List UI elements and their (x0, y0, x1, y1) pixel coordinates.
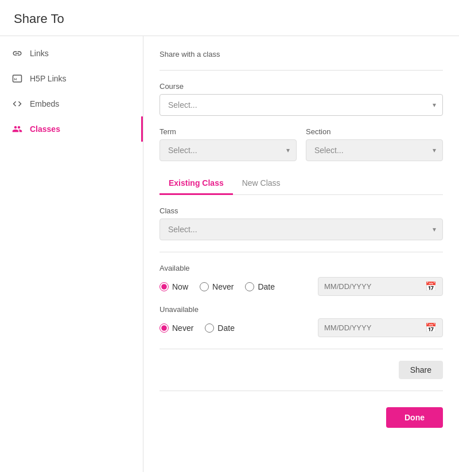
sidebar-item-embeds[interactable]: Embeds (0, 91, 143, 116)
unavailable-radios: Never Date (160, 323, 318, 333)
page-header: Share To (0, 0, 459, 36)
unavailable-never-option[interactable]: Never (160, 323, 193, 333)
available-radios: Now Never Date (160, 282, 318, 291)
available-never-option[interactable]: Never (200, 282, 234, 291)
done-divider (160, 391, 443, 391)
unavailable-never-radio[interactable] (160, 323, 169, 333)
course-select[interactable]: Select... (160, 94, 443, 116)
sidebar-item-classes-label: Classes (30, 124, 60, 134)
available-never-radio[interactable] (200, 282, 209, 291)
available-section: Available Now Never Date (160, 264, 443, 296)
available-never-label: Never (212, 282, 234, 291)
available-calendar-icon[interactable]: 📅 (425, 281, 437, 292)
class-tabs: Existing Class New Class (160, 173, 443, 195)
sidebar-item-links[interactable]: Links (0, 41, 143, 66)
link-icon (11, 48, 23, 59)
section-form-group: Section Select... ▾ (306, 127, 443, 161)
course-select-wrapper: Select... ▾ (160, 94, 443, 116)
section-select[interactable]: Select... (306, 139, 443, 161)
available-date-radio[interactable] (245, 282, 254, 291)
term-select[interactable]: Select... (160, 139, 297, 161)
unavailable-date-radio[interactable] (205, 323, 214, 333)
available-row: Now Never Date 📅 (160, 277, 443, 296)
sidebar-item-h5p-links[interactable]: H H5P Links (0, 66, 143, 91)
term-label: Term (160, 127, 297, 136)
unavailable-calendar-icon[interactable]: 📅 (425, 322, 437, 333)
code-icon (11, 98, 23, 110)
available-now-radio[interactable] (160, 282, 169, 291)
available-date-input[interactable] (324, 282, 421, 291)
available-now-label: Now (172, 282, 188, 291)
sidebar-item-classes[interactable]: Classes (0, 116, 143, 142)
svg-text:H: H (14, 77, 17, 81)
share-button[interactable]: Share (399, 361, 443, 379)
unavailable-label: Unavailable (160, 305, 443, 314)
bottom-divider (160, 349, 443, 349)
available-label: Available (160, 264, 443, 272)
availability-divider (160, 252, 443, 252)
h5p-icon: H (11, 73, 23, 84)
sidebar-item-embeds-label: Embeds (30, 99, 59, 108)
class-label: Class (160, 206, 443, 215)
section-divider-top (160, 70, 443, 71)
unavailable-section: Unavailable Never Date 📅 (160, 305, 443, 337)
class-select-wrapper: Select... ▾ (160, 219, 443, 240)
section-title: Share with a class (160, 50, 443, 58)
unavailable-row: Never Date 📅 (160, 318, 443, 337)
course-label: Course (160, 82, 443, 91)
sidebar-item-h5p-label: H5P Links (30, 74, 67, 83)
unavailable-date-option[interactable]: Date (205, 323, 235, 333)
term-form-group: Term Select... ▾ (160, 127, 297, 161)
term-section-row: Term Select... ▾ Section Select... ▾ (160, 127, 443, 173)
page-title: Share To (14, 11, 445, 26)
sidebar-item-links-label: Links (30, 49, 49, 58)
unavailable-date-input[interactable] (324, 323, 421, 332)
class-select[interactable]: Select... (160, 219, 443, 240)
layout: Links H H5P Links Embeds Classes Share w… (0, 36, 459, 472)
classes-icon (11, 123, 23, 135)
unavailable-date-input-wrapper: 📅 (318, 318, 443, 337)
term-select-wrapper: Select... ▾ (160, 139, 297, 161)
main-content: Share with a class Course Select... ▾ Te… (143, 36, 459, 472)
available-date-label: Date (258, 282, 275, 291)
section-label: Section (306, 127, 443, 136)
tab-existing-class[interactable]: Existing Class (160, 173, 233, 195)
class-form-group: Class Select... ▾ (160, 206, 443, 240)
sidebar: Links H H5P Links Embeds Classes (0, 36, 143, 472)
course-form-group: Course Select... ▾ (160, 82, 443, 116)
available-date-option[interactable]: Date (245, 282, 275, 291)
unavailable-date-label: Date (217, 323, 235, 333)
done-button[interactable]: Done (386, 407, 443, 428)
unavailable-never-label: Never (172, 323, 193, 333)
share-button-row: Share (160, 361, 443, 379)
available-now-option[interactable]: Now (160, 282, 188, 291)
section-select-wrapper: Select... ▾ (306, 139, 443, 161)
available-date-input-wrapper: 📅 (318, 277, 443, 296)
tab-new-class[interactable]: New Class (233, 173, 290, 195)
